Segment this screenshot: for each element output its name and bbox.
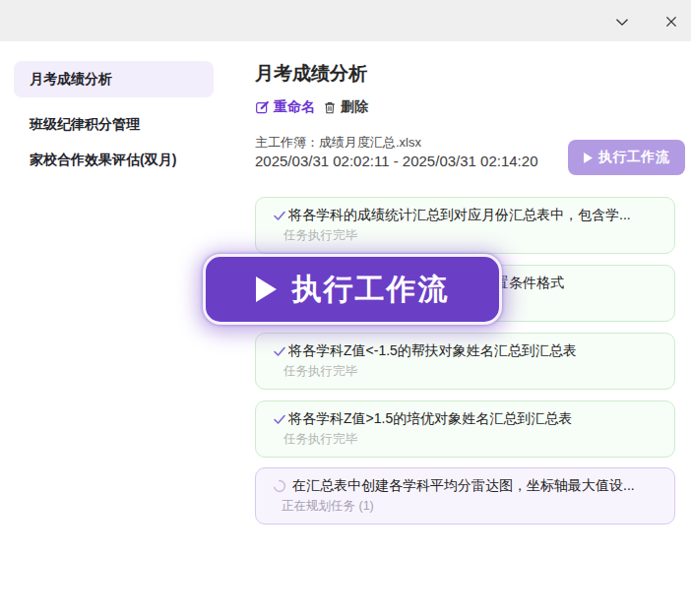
task-title: 置条件格式 [495,274,564,292]
rename-button[interactable]: 重命名 [255,98,315,116]
delete-label: 删除 [341,98,368,116]
spinner-icon [273,479,286,493]
sidebar-item-label: 月考成绩分析 [30,71,112,89]
task-title: 将各学科Z值>1.5的培优对象姓名汇总到汇总表 [288,409,572,428]
trash-icon [323,100,337,115]
sidebar-item-label: 家校合作效果评估(双月) [30,152,176,169]
rename-label: 重命名 [274,98,315,116]
play-icon [584,153,593,163]
time-range: 2025/03/31 02:02:11 - 2025/03/31 02:14:2… [255,153,537,169]
sidebar-item-class-discipline-points[interactable]: 班级纪律积分管理 [14,106,214,143]
execute-workflow-button[interactable]: 执行工作流 [568,140,685,175]
page-title: 月考成绩分析 [255,61,367,87]
task-card-4[interactable]: 将各学科Z值>1.5的培优对象姓名汇总到汇总表 任务执行完毕 [255,400,675,458]
edit-icon [255,100,270,115]
check-icon [273,209,286,222]
sidebar-item-monthly-exam-analysis[interactable]: 月考成绩分析 [14,61,214,97]
header-actions: 重命名 删除 [255,97,368,117]
task-card-1[interactable]: 将各学科的成绩统计汇总到对应月份汇总表中，包含学... 任务执行完毕 [255,197,675,254]
close-icon[interactable] [660,10,683,33]
delete-button[interactable]: 删除 [323,98,368,116]
sidebar-item-label: 班级纪律积分管理 [30,116,140,134]
task-status: 正在规划任务 (1) [282,498,660,514]
sidebar-item-home-school-evaluation[interactable]: 家校合作效果评估(双月) [14,142,214,178]
task-title: 在汇总表中创建各学科平均分雷达图，坐标轴最大值设... [292,476,635,495]
task-title: 将各学科的成绩统计汇总到对应月份汇总表中，包含学... [288,206,631,224]
workbook-line: 主工作簿：成绩月度汇总.xlsx [255,134,421,152]
check-icon [273,412,286,426]
workbook-name: 成绩月度汇总.xlsx [319,135,421,150]
task-status: 任务执行完毕 [283,227,660,243]
task-title: 将各学科Z值<-1.5的帮扶对象姓名汇总到汇总表 [288,341,577,360]
workflow-panel: 月考成绩分析 班级纪律积分管理 家校合作效果评估(双月) 月考成绩分析 重命名 … [0,0,691,616]
chevron-down-icon[interactable] [610,10,634,33]
check-icon [273,344,286,358]
overlay-button-label: 执行工作流 [292,270,450,310]
task-card-3[interactable]: 将各学科Z值<-1.5的帮扶对象姓名汇总到汇总表 任务执行完毕 [255,333,675,390]
task-status: 任务执行完毕 [283,363,660,379]
play-icon [256,277,277,302]
workbook-label: 主工作簿： [255,135,319,150]
execute-workflow-overlay-button[interactable]: 执行工作流 [203,254,502,325]
task-status: 任务执行完毕 [283,431,660,447]
titlebar [0,0,691,41]
task-card-5[interactable]: 在汇总表中创建各学科平均分雷达图，坐标轴最大值设... 正在规划任务 (1) [255,467,675,524]
execute-workflow-label: 执行工作流 [598,149,670,166]
